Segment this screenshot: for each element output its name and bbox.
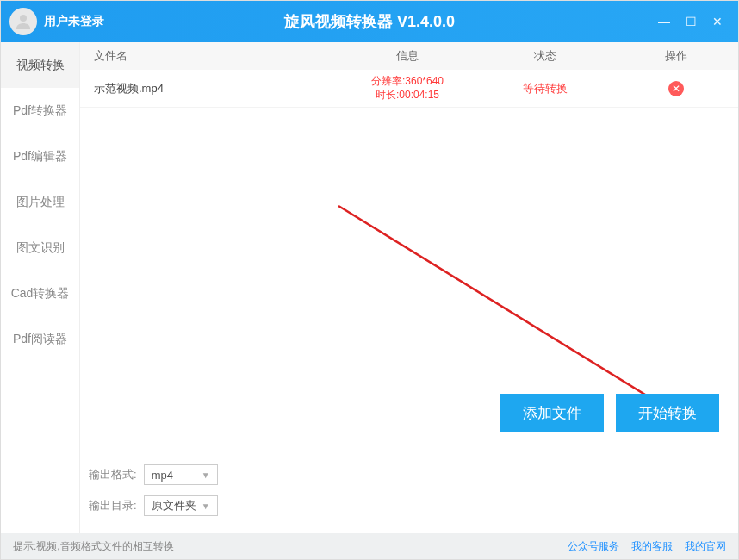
row-info-duration: 时长:00:04:15 [338,89,476,103]
footer: 提示:视频,音频格式文件的相互转换 公众号服务 我的客服 我的官网 [1,533,738,559]
app-title: 旋风视频转换器 V1.4.0.0 [284,11,455,32]
svg-point-0 [20,15,27,22]
col-header-name: 文件名 [80,48,338,64]
row-status: 等待转换 [476,81,614,96]
output-settings: 输出格式: mp4 ▼ 输出目录: 原文件夹 ▼ [89,464,218,516]
sidebar-item-label: Pdf阅读器 [13,332,67,347]
sidebar-item-pdf-reader[interactable]: Pdf阅读器 [1,316,79,362]
output-format-label: 输出格式: [89,467,137,482]
row-filename: 示范视频.mp4 [80,81,338,96]
button-label: 添加文件 [523,403,581,423]
start-convert-button[interactable]: 开始转换 [616,394,719,432]
footer-link-service[interactable]: 公众号服务 [568,539,619,554]
footer-links: 公众号服务 我的客服 我的官网 [568,539,726,554]
titlebar: 用户未登录 旋风视频转换器 V1.4.0.0 — ☐ ✕ [1,1,738,42]
chevron-down-icon: ▼ [202,470,210,480]
row-info: 分辨率:360*640 时长:00:04:15 [338,75,476,102]
svg-line-1 [338,206,674,413]
sidebar-item-label: 图片处理 [16,195,65,210]
close-icon: ✕ [672,83,680,95]
output-dir-value: 原文件夹 [152,498,196,513]
table-row[interactable]: 示范视频.mp4 分辨率:360*640 时长:00:04:15 等待转换 ✕ [80,70,738,108]
sidebar-item-label: 视频转换 [16,58,65,73]
button-label: 开始转换 [638,403,697,423]
col-header-status: 状态 [476,48,614,64]
minimize-button[interactable]: — [658,15,670,28]
sidebar: 视频转换 Pdf转换器 Pdf编辑器 图片处理 图文识别 Cad转换器 Pdf阅… [1,42,80,533]
output-format-select[interactable]: mp4 ▼ [144,464,218,485]
col-header-info: 信息 [338,48,476,64]
body: 视频转换 Pdf转换器 Pdf编辑器 图片处理 图文识别 Cad转换器 Pdf阅… [1,42,738,533]
output-dir-row: 输出目录: 原文件夹 ▼ [89,495,218,516]
sidebar-item-video-convert[interactable]: 视频转换 [1,42,79,88]
output-format-value: mp4 [152,469,173,482]
action-buttons: 添加文件 开始转换 [500,394,719,432]
user-icon [13,11,34,32]
footer-tip: 提示:视频,音频格式文件的相互转换 [13,539,174,554]
sidebar-item-image-process[interactable]: 图片处理 [1,179,79,225]
add-file-button[interactable]: 添加文件 [500,394,604,432]
maximize-button[interactable]: ☐ [686,15,697,28]
footer-link-support[interactable]: 我的客服 [631,539,673,554]
table-header: 文件名 信息 状态 操作 [80,42,738,70]
chevron-down-icon: ▼ [202,501,210,511]
sidebar-item-pdf-convert[interactable]: Pdf转换器 [1,88,79,134]
user-status-label: 用户未登录 [44,14,104,29]
sidebar-item-cad-convert[interactable]: Cad转换器 [1,271,79,316]
sidebar-item-label: Pdf转换器 [13,103,67,119]
output-dir-label: 输出目录: [89,498,137,513]
user-avatar[interactable] [9,8,37,35]
sidebar-item-label: Pdf编辑器 [13,149,67,165]
footer-link-site[interactable]: 我的官网 [685,539,726,554]
close-button[interactable]: ✕ [712,15,723,28]
main-panel: 文件名 信息 状态 操作 示范视频.mp4 分辨率:360*640 时长:00:… [80,42,738,533]
window-controls: — ☐ ✕ [658,15,738,28]
app-window: 用户未登录 旋风视频转换器 V1.4.0.0 — ☐ ✕ 视频转换 Pdf转换器… [0,0,739,560]
row-info-resolution: 分辨率:360*640 [338,75,476,89]
output-dir-select[interactable]: 原文件夹 ▼ [144,495,218,516]
sidebar-item-label: 图文识别 [16,240,65,256]
sidebar-item-label: Cad转换器 [11,286,70,302]
col-header-action: 操作 [614,48,738,64]
row-action: ✕ [614,81,738,96]
output-format-row: 输出格式: mp4 ▼ [89,464,218,485]
sidebar-item-ocr[interactable]: 图文识别 [1,225,79,271]
sidebar-item-pdf-edit[interactable]: Pdf编辑器 [1,134,79,179]
delete-row-button[interactable]: ✕ [668,81,684,96]
